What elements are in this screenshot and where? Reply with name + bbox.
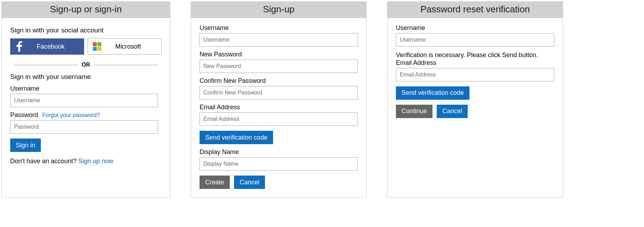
signup-now-link[interactable]: Sign up now [78, 158, 113, 165]
microsoft-icon [90, 42, 104, 51]
continue-button[interactable]: Continue [396, 105, 433, 118]
signin-button[interactable]: Sign in [10, 139, 41, 152]
reset-email-label: Email Address [396, 59, 554, 67]
facebook-icon [12, 41, 26, 52]
new-password-input[interactable] [200, 60, 358, 73]
email-label: Email Address [200, 104, 358, 111]
username-label: Username [10, 85, 162, 92]
password-input[interactable] [10, 120, 158, 134]
confirm-password-input[interactable] [200, 86, 358, 99]
microsoft-button[interactable]: Microsoft [88, 38, 162, 55]
verification-text: Verification is necessary. Please click … [396, 51, 554, 59]
panel-signin: Sign-up or sign-in Sign in with your soc… [1, 1, 170, 197]
facebook-button-label: Facebook [26, 43, 82, 50]
create-button[interactable]: Create [200, 176, 230, 189]
confirm-password-label: Confirm New Password [200, 77, 358, 85]
display-name-input[interactable] [200, 157, 358, 171]
reset-send-code-button[interactable]: Send verification code [396, 86, 469, 100]
reset-username-input[interactable] [396, 33, 554, 47]
microsoft-button-label: Microsoft [104, 43, 159, 50]
panel-reset: Password reset verification Username Ver… [387, 1, 563, 197]
panel-signin-title: Sign-up or sign-in [2, 2, 170, 18]
panel-reset-title: Password reset verification [387, 2, 563, 18]
cancel-button[interactable]: Cancel [234, 176, 265, 189]
no-account-text: Don't have an account? [10, 158, 78, 165]
signup-username-label: Username [200, 24, 358, 32]
username-input[interactable] [10, 94, 158, 107]
signup-username-input[interactable] [200, 33, 358, 47]
display-name-label: Display Name [200, 148, 358, 156]
reset-email-input[interactable] [396, 68, 554, 81]
social-signin-heading: Sign in with your social account [10, 26, 162, 34]
reset-cancel-button[interactable]: Cancel [437, 105, 468, 118]
password-label: Password [10, 111, 38, 119]
panel-signup-title: Sign-up [191, 2, 366, 18]
new-password-label: New Password [200, 51, 358, 58]
forgot-password-link[interactable]: Forgot your password? [42, 112, 100, 118]
or-divider: OR [10, 62, 162, 68]
send-code-button[interactable]: Send verification code [200, 131, 273, 144]
reset-username-label: Username [396, 24, 554, 32]
facebook-button[interactable]: Facebook [10, 38, 84, 55]
username-signin-heading: Sign in with your username [10, 73, 162, 81]
email-input[interactable] [200, 112, 358, 126]
panel-signup: Sign-up Username New Password Confirm Ne… [191, 1, 367, 197]
